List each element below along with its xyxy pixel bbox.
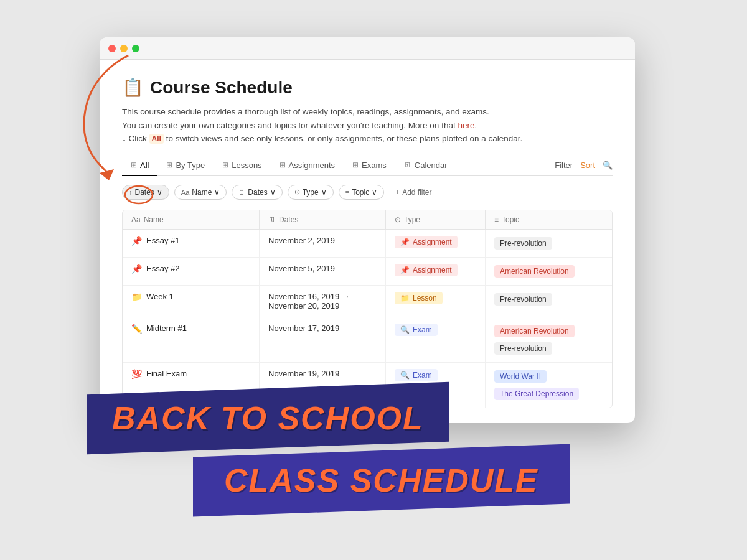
filter-add[interactable]: + Add filter [389,185,438,199]
filter-dates-sort-label: Dates [135,188,154,197]
tab-calendar-label: Calendar [415,161,448,170]
essay1-label: Essay #1 [146,236,179,245]
table-row[interactable]: 📌 Essay #1 November 2, 2019 📌 Assignment… [123,230,612,258]
highlight-all[interactable]: All [149,134,164,144]
tab-bytype-label: By Type [176,161,205,170]
cell-dates: November 17, 2019 [260,317,386,362]
tab-calendar[interactable]: 🗓 Calendar [395,156,456,176]
essay2-label: Essay #2 [146,264,179,273]
midterm-date: November 17, 2019 [268,324,339,333]
app-window: 📋 Course Schedule This course schedule p… [100,37,635,423]
essay1-type-badge: 📌 Assignment [395,236,458,248]
col-topic: ≡ Topic [486,210,612,229]
tab-lessons-icon: ⊞ [222,161,228,169]
tab-assignments-label: Assignments [289,161,335,170]
cell-type: 🔍 Exam [386,317,486,362]
tab-assignments-icon: ⊞ [280,161,286,169]
tabs-actions: Filter Sort 🔍 [555,161,613,170]
filter-dates-sort-chevron: ∨ [157,188,162,197]
search-icon[interactable]: 🔍 [603,161,613,170]
maximize-dot[interactable] [132,45,139,52]
final-label: Final Exam [146,369,187,378]
tab-exams[interactable]: ⊞ Exams [344,156,395,176]
cell-type: 📁 Lesson [386,286,486,317]
page-content: 📋 Course Schedule This course schedule p… [100,60,635,423]
tab-exams-label: Exams [362,161,387,170]
filter-dates[interactable]: 🗓 Dates ∨ [232,185,282,200]
final-date: November 19, 2019 [268,369,339,378]
page-icon: 📋 [122,77,144,98]
filter-name-label: Name [192,188,212,197]
essay2-type-badge: 📌 Assignment [395,264,458,276]
table-row[interactable]: 📌 Essay #2 November 5, 2019 📌 Assignment… [123,258,612,286]
tab-all[interactable]: ⊞ All [122,156,157,176]
essay2-topic: American Revolution [494,265,575,278]
table-header: Aa Name 🗓 Dates ⊙ Type ≡ Topic [123,210,612,230]
tab-assignments[interactable]: ⊞ Assignments [271,156,344,176]
filter-action[interactable]: Filter [555,161,573,170]
filter-type-label: Type [303,188,319,197]
exam1-icon: 🔍 [400,325,410,334]
tab-calendar-icon: 🗓 [404,161,411,169]
cell-topic: Pre-revolution [486,286,612,317]
banner-line2: CLASS SCHEDULE [224,462,538,499]
assignment-icon: 📌 [400,238,410,246]
filter-add-label: Add filter [402,188,431,197]
table-row[interactable]: ✏️ Midterm #1 November 17, 2019 🔍 Exam A… [123,317,612,363]
col-dates: 🗓 Dates [260,210,386,229]
sort-asc-icon: ↑ [129,189,133,196]
desc-line4: to switch views and see only lessons, or… [166,134,523,143]
filter-type[interactable]: ⊙ Type ∨ [288,185,334,200]
tab-lessons[interactable]: ⊞ Lessons [214,156,270,176]
week1-type-badge: 📁 Lesson [395,292,443,304]
cell-name: 📁 Week 1 [123,286,260,317]
row-name-week1: 📁 Week 1 [131,292,174,302]
titlebar [100,37,635,60]
filter-topic-label: Topic [352,188,369,197]
banner-back-to-school: BACK TO SCHOOL [87,382,449,454]
desc-line3: ↓ Click [122,134,147,143]
cell-type: 📌 Assignment [386,258,486,285]
filter-topic-chevron: ∨ [372,188,377,197]
final-topic2: The Great Depression [494,388,579,400]
essay2-date: November 5, 2019 [268,264,335,273]
table-row[interactable]: 📁 Week 1 November 16, 2019 → November 20… [123,286,612,317]
final-icon: 💯 [131,369,142,379]
tabs-row: ⊞ All ⊞ By Type ⊞ Lessons ⊞ Assignments … [122,156,613,176]
desc-line2: You can create your own categories and t… [122,121,456,130]
final-topic1: World War II [494,370,547,383]
page-header: 📋 Course Schedule [122,77,613,98]
filter-topic-icon: ≡ [345,189,349,196]
description: This course schedule provides a thorough… [122,105,613,146]
filter-dates-icon: 🗓 [238,189,245,196]
filter-add-icon: + [395,188,400,197]
cell-topic: World War II The Great Depression [486,363,612,408]
col-name-icon: Aa [131,215,141,224]
filter-dates-chevron: ∨ [270,188,276,197]
filter-type-icon: ⊙ [294,188,300,196]
cell-dates: November 2, 2019 [260,230,386,257]
banner-line1: BACK TO SCHOOL [112,399,424,437]
filter-name-chevron: ∨ [214,188,220,197]
filter-dates-sort[interactable]: ↑ Dates ∨ [122,185,169,200]
col-type-label: Type [404,215,420,224]
filter-topic[interactable]: ≡ Topic ∨ [339,185,384,200]
cell-topic: Pre-revolution [486,230,612,257]
col-topic-label: Topic [502,215,519,224]
col-type: ⊙ Type [386,210,486,229]
close-dot[interactable] [108,45,116,52]
col-name: Aa Name [123,210,260,229]
exam2-icon: 🔍 [400,371,410,380]
sort-action[interactable]: Sort [580,161,595,170]
tab-lessons-label: Lessons [232,161,261,170]
week1-topic: Pre-revolution [494,293,552,306]
col-topic-icon: ≡ [494,215,499,224]
week1-icon: 📁 [131,292,142,302]
col-type-icon: ⊙ [395,215,401,224]
desc-link[interactable]: here [458,121,474,130]
tab-bytype[interactable]: ⊞ By Type [157,156,214,176]
cell-dates: November 5, 2019 [260,258,386,285]
filter-name-icon: Aa [181,189,189,196]
filter-name[interactable]: Aa Name ∨ [174,185,227,200]
minimize-dot[interactable] [120,45,128,52]
